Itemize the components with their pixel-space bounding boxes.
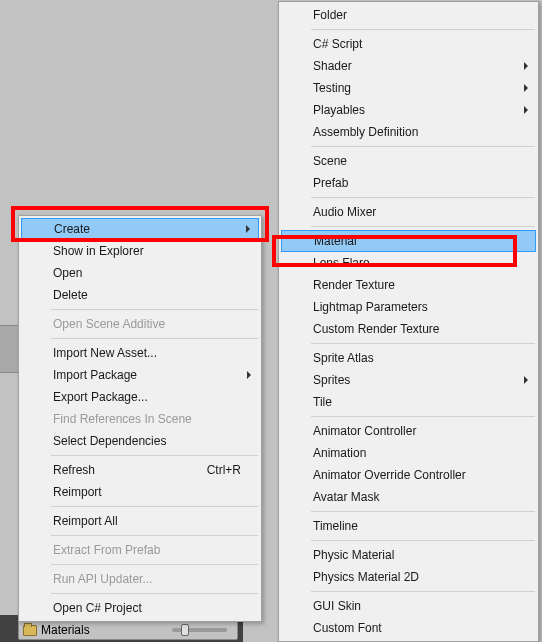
menu-separator	[311, 540, 535, 541]
folder-icon	[23, 625, 37, 636]
menu-item-label: Animator Controller	[313, 424, 416, 438]
editor-side-strip	[0, 373, 18, 642]
menu-find-references: Find References In Scene	[21, 408, 259, 430]
menu-item-label: Physic Material	[313, 548, 394, 562]
menu-item-label: Scene	[313, 154, 347, 168]
menu-separator	[51, 338, 258, 339]
menu-item-label: Open Scene Additive	[53, 317, 165, 331]
menu-open[interactable]: Open	[21, 262, 259, 284]
thumbnail-size-slider-thumb[interactable]	[181, 624, 189, 636]
menu-avatar-mask[interactable]: Avatar Mask	[281, 486, 536, 508]
menu-item-label: Extract From Prefab	[53, 543, 160, 557]
menu-reimport[interactable]: Reimport	[21, 481, 259, 503]
menu-extract-from-prefab: Extract From Prefab	[21, 539, 259, 561]
menu-separator	[51, 309, 258, 310]
menu-lightmap-parameters[interactable]: Lightmap Parameters	[281, 296, 536, 318]
menu-item-label: Avatar Mask	[313, 490, 379, 504]
menu-sprite-atlas[interactable]: Sprite Atlas	[281, 347, 536, 369]
menu-open-cs-project[interactable]: Open C# Project	[21, 597, 259, 619]
menu-lens-flare[interactable]: Lens Flare	[281, 252, 536, 274]
menu-item-label: C# Script	[313, 37, 362, 51]
menu-item-label: Open	[53, 266, 82, 280]
menu-item-label: Reimport All	[53, 514, 118, 528]
menu-item-label: Find References In Scene	[53, 412, 192, 426]
breadcrumb-bar[interactable]: Materials	[18, 620, 238, 640]
menu-item-label: Shader	[313, 59, 352, 73]
menu-item-label: Import Package	[53, 368, 137, 382]
menu-item-label: Render Texture	[313, 278, 395, 292]
menu-item-label: Animation	[313, 446, 366, 460]
menu-item-label: Timeline	[313, 519, 358, 533]
menu-item-label: Material	[314, 234, 357, 248]
menu-item-label: Lens Flare	[313, 256, 370, 270]
menu-custom-font[interactable]: Custom Font	[281, 617, 536, 639]
menu-separator	[311, 197, 535, 198]
menu-run-api-updater: Run API Updater...	[21, 568, 259, 590]
menu-item-label: Create	[54, 222, 90, 236]
breadcrumb-label: Materials	[41, 623, 90, 637]
menu-item-label: Lightmap Parameters	[313, 300, 428, 314]
menu-create[interactable]: Create	[21, 218, 259, 240]
menu-testing[interactable]: Testing	[281, 77, 536, 99]
menu-item-label: Audio Mixer	[313, 205, 376, 219]
menu-gui-skin[interactable]: GUI Skin	[281, 595, 536, 617]
menu-refresh[interactable]: Refresh Ctrl+R	[21, 459, 259, 481]
menu-item-label: Testing	[313, 81, 351, 95]
menu-shader[interactable]: Shader	[281, 55, 536, 77]
menu-playables[interactable]: Playables	[281, 99, 536, 121]
menu-physic-material[interactable]: Physic Material	[281, 544, 536, 566]
project-context-menu: Create Show in Explorer Open Delete Open…	[18, 215, 262, 622]
menu-folder[interactable]: Folder	[281, 4, 536, 26]
menu-reimport-all[interactable]: Reimport All	[21, 510, 259, 532]
menu-item-label: Open C# Project	[53, 601, 142, 615]
menu-item-label: Playables	[313, 103, 365, 117]
menu-sprites[interactable]: Sprites	[281, 369, 536, 391]
menu-tile[interactable]: Tile	[281, 391, 536, 413]
menu-shortcut: Ctrl+R	[207, 463, 241, 477]
menu-animation[interactable]: Animation	[281, 442, 536, 464]
menu-item-label: Assembly Definition	[313, 125, 418, 139]
menu-import-package[interactable]: Import Package	[21, 364, 259, 386]
menu-prefab[interactable]: Prefab	[281, 172, 536, 194]
create-submenu: Folder C# Script Shader Testing Playable…	[278, 1, 539, 642]
menu-item-label: Custom Render Texture	[313, 322, 440, 336]
menu-separator	[311, 591, 535, 592]
menu-item-label: Show in Explorer	[53, 244, 144, 258]
menu-delete[interactable]: Delete	[21, 284, 259, 306]
menu-item-label: Sprite Atlas	[313, 351, 374, 365]
menu-animator-controller[interactable]: Animator Controller	[281, 420, 536, 442]
chevron-right-icon	[524, 376, 528, 384]
chevron-right-icon	[524, 62, 528, 70]
menu-assembly-definition[interactable]: Assembly Definition	[281, 121, 536, 143]
menu-item-label: GUI Skin	[313, 599, 361, 613]
menu-physics-material-2d[interactable]: Physics Material 2D	[281, 566, 536, 588]
menu-audio-mixer[interactable]: Audio Mixer	[281, 201, 536, 223]
menu-animator-override[interactable]: Animator Override Controller	[281, 464, 536, 486]
menu-render-texture[interactable]: Render Texture	[281, 274, 536, 296]
menu-item-label: Select Dependencies	[53, 434, 166, 448]
menu-import-new-asset[interactable]: Import New Asset...	[21, 342, 259, 364]
menu-item-label: Import New Asset...	[53, 346, 157, 360]
menu-separator	[51, 593, 258, 594]
menu-separator	[51, 564, 258, 565]
menu-export-package[interactable]: Export Package...	[21, 386, 259, 408]
menu-custom-render-texture[interactable]: Custom Render Texture	[281, 318, 536, 340]
menu-item-label: Refresh	[53, 463, 95, 477]
menu-separator	[311, 29, 535, 30]
menu-material[interactable]: Material	[281, 230, 536, 252]
menu-separator	[51, 455, 258, 456]
menu-select-dependencies[interactable]: Select Dependencies	[21, 430, 259, 452]
menu-cs-script[interactable]: C# Script	[281, 33, 536, 55]
chevron-right-icon	[524, 84, 528, 92]
menu-item-label: Sprites	[313, 373, 350, 387]
menu-item-label: Prefab	[313, 176, 348, 190]
menu-open-scene-additive: Open Scene Additive	[21, 313, 259, 335]
menu-show-in-explorer[interactable]: Show in Explorer	[21, 240, 259, 262]
menu-item-label: Folder	[313, 8, 347, 22]
menu-scene[interactable]: Scene	[281, 150, 536, 172]
menu-item-label: Export Package...	[53, 390, 148, 404]
menu-item-label: Reimport	[53, 485, 102, 499]
chevron-right-icon	[246, 225, 250, 233]
menu-item-label: Animator Override Controller	[313, 468, 466, 482]
menu-timeline[interactable]: Timeline	[281, 515, 536, 537]
